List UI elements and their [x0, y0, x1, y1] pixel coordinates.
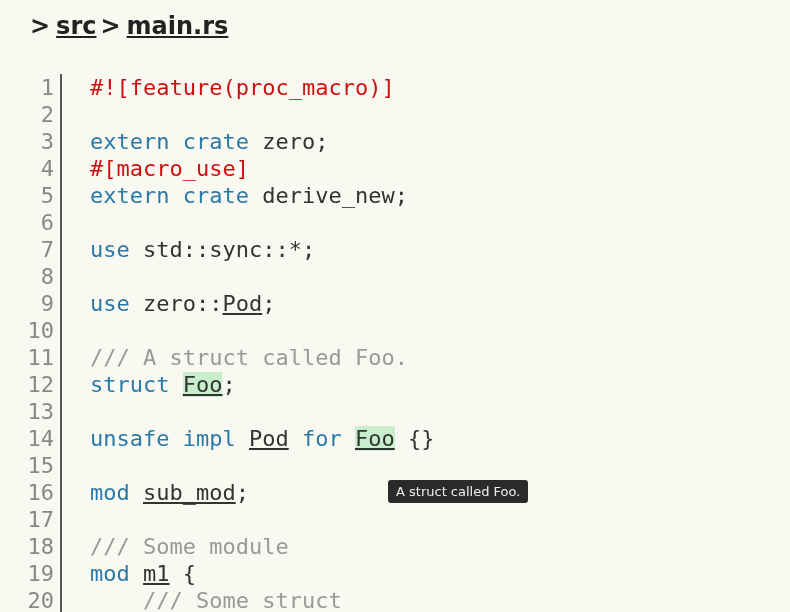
doc-comment: /// A struct called Foo. — [90, 345, 408, 370]
line-number: 8 — [10, 263, 54, 290]
keyword: for — [302, 426, 342, 451]
breadcrumb-sep: > — [100, 12, 120, 40]
attribute: #![feature(proc_macro)] — [90, 75, 395, 100]
ident: derive_new; — [249, 183, 408, 208]
semicolon: ; — [262, 291, 275, 316]
space — [130, 480, 143, 505]
breadcrumb: > src > main.rs — [0, 0, 790, 46]
attribute: #[macro_use] — [90, 156, 249, 181]
code-line — [90, 101, 434, 128]
line-number: 12 — [10, 371, 54, 398]
keyword: use — [90, 237, 130, 262]
type-link-pod[interactable]: Pod — [222, 291, 262, 316]
space — [236, 426, 249, 451]
code-line: use zero::Pod; — [90, 290, 434, 317]
line-number: 11 — [10, 344, 54, 371]
code-body: #![feature(proc_macro)] extern crate zer… — [62, 74, 434, 612]
type-link-foo[interactable]: Foo — [355, 426, 395, 451]
struct-def-foo[interactable]: Foo — [183, 372, 223, 397]
indent — [90, 588, 143, 612]
line-number: 7 — [10, 236, 54, 263]
line-number: 17 — [10, 506, 54, 533]
keyword: extern — [90, 129, 169, 154]
mod-link-m1[interactable]: m1 — [143, 561, 170, 586]
keyword: crate — [183, 183, 249, 208]
keyword: use — [90, 291, 130, 316]
keyword: extern — [90, 183, 169, 208]
space — [169, 372, 182, 397]
space — [289, 426, 302, 451]
line-number: 4 — [10, 155, 54, 182]
type-link-pod[interactable]: Pod — [249, 426, 289, 451]
line-number-gutter: 1234567891011121314151617181920 — [10, 74, 62, 612]
code-area: 1234567891011121314151617181920 #![featu… — [0, 46, 790, 612]
doc-comment: /// Some module — [90, 534, 289, 559]
keyword: impl — [183, 426, 236, 451]
breadcrumb-file[interactable]: main.rs — [127, 12, 229, 40]
code-line: /// Some module — [90, 533, 434, 560]
code-line — [90, 263, 434, 290]
code-line — [90, 398, 434, 425]
space — [169, 129, 182, 154]
line-number: 20 — [10, 587, 54, 612]
breadcrumb-src[interactable]: src — [56, 12, 96, 40]
path: std::sync::*; — [130, 237, 315, 262]
space — [342, 426, 355, 451]
code-line: mod m1 { — [90, 560, 434, 587]
code-line — [90, 317, 434, 344]
space — [169, 183, 182, 208]
code-line — [90, 452, 434, 479]
line-number: 5 — [10, 182, 54, 209]
semicolon: ; — [236, 480, 249, 505]
line-number: 16 — [10, 479, 54, 506]
code-line: /// A struct called Foo. — [90, 344, 434, 371]
keyword: crate — [183, 129, 249, 154]
keyword: mod — [90, 561, 130, 586]
braces: {} — [395, 426, 435, 451]
path: zero:: — [130, 291, 223, 316]
hover-tooltip: A struct called Foo. — [388, 480, 528, 503]
keyword: mod — [90, 480, 130, 505]
code-line: extern crate zero; — [90, 128, 434, 155]
line-number: 9 — [10, 290, 54, 317]
keyword: struct — [90, 372, 169, 397]
code-line: extern crate derive_new; — [90, 182, 434, 209]
code-line: mod sub_mod; — [90, 479, 434, 506]
line-number: 14 — [10, 425, 54, 452]
line-number: 1 — [10, 74, 54, 101]
code-line — [90, 209, 434, 236]
keyword: unsafe — [90, 426, 169, 451]
code-line — [90, 506, 434, 533]
semicolon: ; — [222, 372, 235, 397]
line-number: 10 — [10, 317, 54, 344]
brace: { — [170, 561, 197, 586]
breadcrumb-sep: > — [30, 12, 50, 40]
ident: zero; — [249, 129, 328, 154]
line-number: 3 — [10, 128, 54, 155]
mod-link-sub-mod[interactable]: sub_mod — [143, 480, 236, 505]
space — [169, 426, 182, 451]
line-number: 13 — [10, 398, 54, 425]
line-number: 19 — [10, 560, 54, 587]
line-number: 6 — [10, 209, 54, 236]
line-number: 2 — [10, 101, 54, 128]
line-number: 15 — [10, 452, 54, 479]
line-number: 18 — [10, 533, 54, 560]
code-line: #[macro_use] — [90, 155, 434, 182]
code-line: struct Foo; — [90, 371, 434, 398]
space — [130, 561, 143, 586]
code-line: /// Some struct — [90, 587, 434, 612]
code-line: #![feature(proc_macro)] — [90, 74, 434, 101]
doc-comment: /// Some struct — [143, 588, 342, 612]
code-line: unsafe impl Pod for Foo {} — [90, 425, 434, 452]
code-line: use std::sync::*; — [90, 236, 434, 263]
